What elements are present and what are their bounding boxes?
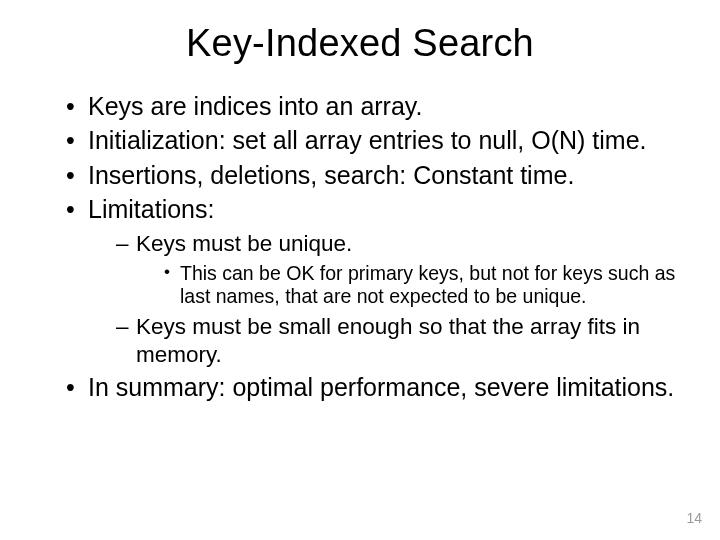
subsub-bullet-item: This can be OK for primary keys, but not… [164, 262, 680, 308]
bullet-item: Keys are indices into an array. [66, 91, 680, 122]
page-number: 14 [686, 510, 702, 526]
subsub-bullet-list: This can be OK for primary keys, but not… [136, 262, 680, 308]
sub-bullet-text: Keys must be unique. [136, 231, 352, 256]
bullet-item: Insertions, deletions, search: Constant … [66, 160, 680, 191]
sub-bullet-list: Keys must be unique. This can be OK for … [88, 230, 680, 368]
bullet-list: Keys are indices into an array. Initiali… [40, 91, 680, 404]
sub-bullet-item: Keys must be unique. This can be OK for … [116, 230, 680, 308]
bullet-item: In summary: optimal performance, severe … [66, 372, 680, 403]
slide: Key-Indexed Search Keys are indices into… [0, 0, 720, 540]
sub-bullet-item: Keys must be small enough so that the ar… [116, 313, 680, 368]
slide-title: Key-Indexed Search [40, 22, 680, 65]
bullet-item: Initialization: set all array entries to… [66, 125, 680, 156]
bullet-item: Limitations: Keys must be unique. This c… [66, 194, 680, 369]
bullet-text: Limitations: [88, 195, 214, 223]
